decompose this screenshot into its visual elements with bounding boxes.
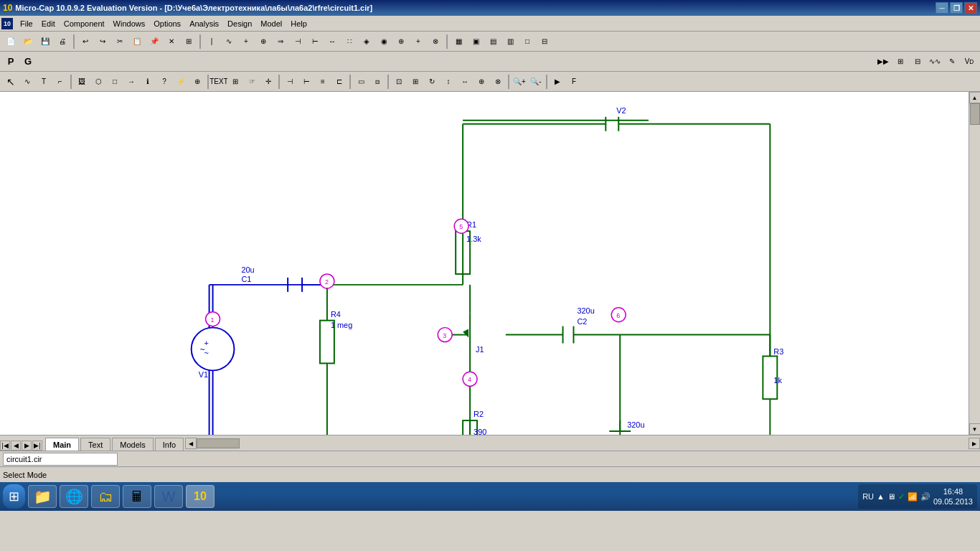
port-tool[interactable]: ⊏ xyxy=(331,74,347,90)
close-button[interactable]: ✕ xyxy=(964,2,977,14)
tb9[interactable]: + xyxy=(238,34,254,50)
flip-tool[interactable]: ↕ xyxy=(440,74,456,90)
info-tool[interactable]: ℹ xyxy=(140,74,156,90)
bus-tool[interactable]: ≡ xyxy=(315,74,331,90)
zoom-in-tool[interactable]: 🔍+ xyxy=(512,74,527,90)
scroll-up-btn[interactable]: ▲ xyxy=(969,92,981,103)
tb2-2[interactable]: G xyxy=(20,54,36,70)
tb17[interactable]: ◉ xyxy=(376,34,392,50)
text-tool[interactable]: T xyxy=(36,74,52,90)
mirror-tool[interactable]: ↔ xyxy=(457,74,473,90)
tab-last-btn[interactable]: ▶| xyxy=(32,441,42,451)
probe-tool[interactable]: ⚡ xyxy=(173,74,189,90)
hscroll-left-btn[interactable]: ◀ xyxy=(185,438,197,449)
move-tool[interactable]: ✛ xyxy=(260,74,276,90)
menu-analysis[interactable]: Analysis xyxy=(185,18,223,29)
taskbar-files[interactable]: 🗂 xyxy=(91,485,120,508)
paste-btn[interactable]: 📌 xyxy=(146,34,162,50)
tb25[interactable]: □ xyxy=(519,34,535,50)
rect-tool[interactable]: □ xyxy=(107,74,123,90)
hscroll-right-btn[interactable]: ▶ xyxy=(969,438,980,449)
tab-main[interactable]: Main xyxy=(45,438,79,451)
tb2-c[interactable]: ⊟ xyxy=(910,54,925,70)
tab-next-btn[interactable]: ▶ xyxy=(22,441,32,451)
pic-tool[interactable]: 🖼 xyxy=(74,74,90,90)
tb21[interactable]: ▦ xyxy=(451,34,466,50)
open-btn[interactable]: 📂 xyxy=(20,34,36,50)
menu-design[interactable]: Design xyxy=(223,18,256,29)
hscroll-track[interactable] xyxy=(197,438,969,449)
taskbar-chrome[interactable]: 🌐 xyxy=(60,485,88,508)
cut-btn[interactable]: ✂ xyxy=(112,34,128,50)
tb7[interactable]: | xyxy=(204,34,220,50)
taskbar-calc[interactable]: 🖩 xyxy=(123,485,151,508)
tab-info[interactable]: Info xyxy=(155,438,184,451)
hand-tool[interactable]: ☞ xyxy=(244,74,260,90)
box-tool[interactable]: ▭ xyxy=(353,74,369,90)
clip-tool[interactable]: ⧈ xyxy=(369,74,385,90)
sym-tool[interactable]: ⊕ xyxy=(473,74,489,90)
tab-text[interactable]: Text xyxy=(80,438,110,451)
print-btn[interactable]: 🖨 xyxy=(55,34,70,50)
menu-help[interactable]: Help xyxy=(286,18,311,29)
tb2-f[interactable]: VD xyxy=(961,54,977,70)
tb2-run[interactable]: ▶▶ xyxy=(875,54,891,70)
tb19[interactable]: + xyxy=(410,34,426,50)
conn-tool[interactable]: ⊣ xyxy=(282,74,298,90)
menu-options[interactable]: Options xyxy=(149,18,185,29)
menu-file[interactable]: File xyxy=(16,18,37,29)
tab-prev-btn[interactable]: ◀ xyxy=(11,441,21,451)
qmark-tool[interactable]: ? xyxy=(156,74,172,90)
tb20[interactable]: ⊗ xyxy=(428,34,443,50)
restore-button[interactable]: ❐ xyxy=(950,2,963,14)
scroll-thumb[interactable] xyxy=(970,103,980,125)
tb12[interactable]: ⊣ xyxy=(290,34,306,50)
tab-models[interactable]: Models xyxy=(112,438,153,451)
menu-component[interactable]: Component xyxy=(60,18,109,29)
tb13[interactable]: ⊢ xyxy=(307,34,323,50)
tb14[interactable]: ↔ xyxy=(324,34,340,50)
tab-first-btn[interactable]: |◀ xyxy=(0,441,10,451)
tb2-b[interactable]: ⊞ xyxy=(892,54,908,70)
menu-windows[interactable]: Windows xyxy=(109,18,150,29)
canvas-area[interactable]: V2 R4 1 meg R1 1.3k xyxy=(0,92,969,435)
tray-arrow-up[interactable]: ▲ xyxy=(877,492,885,501)
angle-tool[interactable]: ⌐ xyxy=(52,74,68,90)
snap-tool[interactable]: ⊡ xyxy=(391,74,407,90)
hscroll-thumb[interactable] xyxy=(197,438,240,448)
text2-tool[interactable]: TEXT xyxy=(211,74,227,90)
minimize-button[interactable]: ─ xyxy=(936,2,948,14)
save-btn[interactable]: 💾 xyxy=(37,34,53,50)
tb2-1[interactable]: P xyxy=(3,54,19,70)
pin-tool[interactable]: ⊢ xyxy=(298,74,314,90)
scroll-down-btn[interactable]: ▼ xyxy=(969,423,981,435)
tb8[interactable]: ∿ xyxy=(221,34,237,50)
param-tool[interactable]: ⊗ xyxy=(490,74,506,90)
scope-tool[interactable]: ⊕ xyxy=(189,74,205,90)
tb26[interactable]: ⊟ xyxy=(537,34,552,50)
delete-btn[interactable]: ✕ xyxy=(164,34,179,50)
menu-edit[interactable]: Edit xyxy=(37,18,60,29)
tb2-e[interactable]: ✎ xyxy=(944,54,960,70)
tb15[interactable]: ∷ xyxy=(341,34,357,50)
stop-tool[interactable]: F xyxy=(566,74,582,90)
run-tool[interactable]: ▶ xyxy=(550,74,565,90)
zoom-out-tool[interactable]: 🔍- xyxy=(528,74,544,90)
taskbar-microcap[interactable]: 10 xyxy=(186,485,215,508)
menu-model[interactable]: Model xyxy=(256,18,286,29)
taskbar-word[interactable]: W xyxy=(154,485,183,508)
arrow-tool[interactable]: → xyxy=(123,74,139,90)
new-btn[interactable]: 📄 xyxy=(3,34,19,50)
tb16[interactable]: ◈ xyxy=(359,34,374,50)
taskbar-explorer[interactable]: 📁 xyxy=(28,485,57,508)
redo-btn[interactable]: ↪ xyxy=(95,34,110,50)
select-tool[interactable]: ↖ xyxy=(3,74,19,90)
start-button[interactable]: ⊞ xyxy=(3,484,25,509)
component-list-btn[interactable]: ⊞ xyxy=(181,34,197,50)
grid-tool[interactable]: ⊞ xyxy=(227,74,243,90)
shape-tool[interactable]: ⬡ xyxy=(90,74,106,90)
tb23[interactable]: ▤ xyxy=(485,34,501,50)
tb18[interactable]: ⊕ xyxy=(393,34,409,50)
scroll-track[interactable] xyxy=(970,103,980,423)
tb10[interactable]: ⊕ xyxy=(255,34,271,50)
